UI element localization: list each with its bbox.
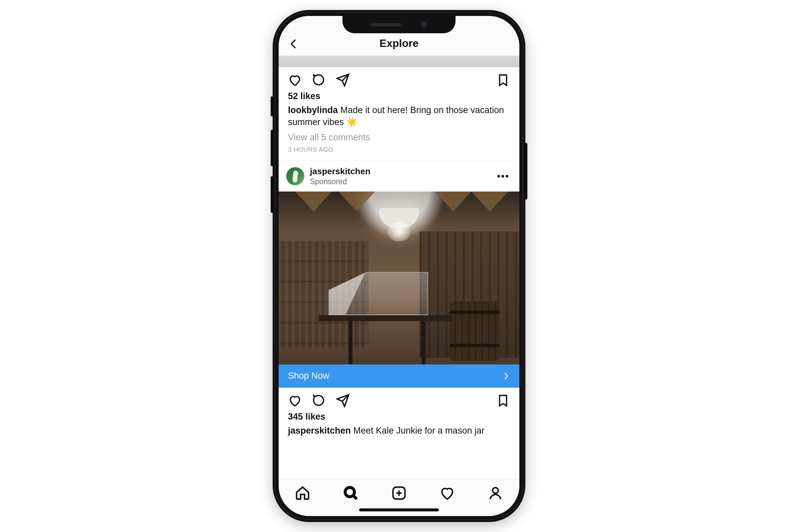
post-more-button[interactable]: ••• — [494, 171, 512, 182]
post-actions — [279, 388, 519, 410]
phone-side-button — [271, 96, 273, 116]
decor — [319, 315, 452, 321]
share-button[interactable] — [336, 73, 350, 87]
send-icon — [336, 394, 350, 407]
home-indicator[interactable] — [359, 508, 439, 511]
decor — [295, 191, 332, 211]
decor — [472, 191, 508, 211]
post-image[interactable] — [279, 191, 519, 364]
comment-button[interactable] — [312, 73, 326, 87]
comment-icon — [312, 73, 326, 87]
chevron-right-icon — [502, 372, 510, 380]
bottom-nav — [279, 479, 519, 516]
heart-icon — [288, 394, 302, 407]
heart-icon — [439, 485, 455, 501]
send-icon — [336, 73, 350, 87]
previous-post-bottom — [279, 56, 519, 67]
feed[interactable]: 52 likes lookbylinda Made it out here! B… — [279, 56, 519, 479]
phone-side-button — [525, 143, 527, 200]
phone-speaker — [371, 23, 401, 26]
bookmark-icon — [496, 394, 510, 407]
phone-side-button — [271, 130, 273, 166]
comment-icon — [312, 394, 326, 407]
share-button[interactable] — [336, 394, 350, 407]
save-button[interactable] — [496, 73, 510, 87]
decor — [348, 321, 353, 364]
post-timestamp: 3 HOURS AGO — [279, 144, 519, 160]
home-icon — [294, 485, 310, 501]
save-button[interactable] — [496, 394, 510, 407]
sponsored-label: Sponsored — [310, 177, 489, 186]
cta-button[interactable]: Shop Now — [279, 364, 519, 388]
svg-point-2 — [492, 488, 498, 493]
header-title: Explore — [279, 37, 519, 50]
decor — [450, 301, 499, 361]
nav-create[interactable] — [391, 485, 407, 501]
nav-home[interactable] — [294, 485, 310, 501]
like-button[interactable] — [288, 73, 302, 87]
plus-square-icon — [391, 485, 407, 501]
nav-search[interactable] — [343, 485, 359, 501]
screen: Explore 52 likes — [279, 16, 519, 516]
post-caption[interactable]: jasperskitchen Meet Kale Junkie for a ma… — [279, 423, 519, 438]
bookmark-icon — [496, 73, 510, 87]
like-button[interactable] — [288, 394, 302, 407]
phone-frame: Explore 52 likes — [273, 10, 525, 522]
decor — [373, 191, 425, 241]
likes-count[interactable]: 345 likes — [279, 410, 519, 423]
decor — [422, 321, 425, 364]
cta-label: Shop Now — [288, 371, 329, 381]
post-actions — [279, 67, 519, 90]
likes-count[interactable]: 52 likes — [279, 90, 519, 103]
post-caption[interactable]: lookbylinda Made it out here! Bring on t… — [279, 103, 519, 130]
svg-point-0 — [345, 488, 355, 497]
caption-username[interactable]: lookbylinda — [288, 105, 338, 115]
caption-username[interactable]: jasperskitchen — [288, 425, 351, 436]
decor — [435, 191, 472, 211]
view-comments-link[interactable]: View all 5 comments — [279, 130, 519, 144]
post-username[interactable]: jasperskitchen — [310, 166, 489, 176]
profile-icon — [488, 485, 504, 501]
comment-button[interactable] — [312, 394, 326, 407]
phone-side-button — [271, 176, 273, 213]
decor — [339, 191, 375, 211]
caption-text: Meet Kale Junkie for a mason jar — [354, 425, 485, 436]
post-header: jasperskitchen Sponsored ••• — [279, 161, 519, 191]
nav-activity[interactable] — [439, 485, 455, 501]
nav-profile[interactable] — [488, 485, 504, 501]
phone-notch — [342, 16, 456, 33]
heart-icon — [288, 73, 302, 87]
phone-camera — [421, 22, 427, 27]
avatar[interactable] — [286, 167, 305, 186]
search-icon — [343, 485, 359, 501]
